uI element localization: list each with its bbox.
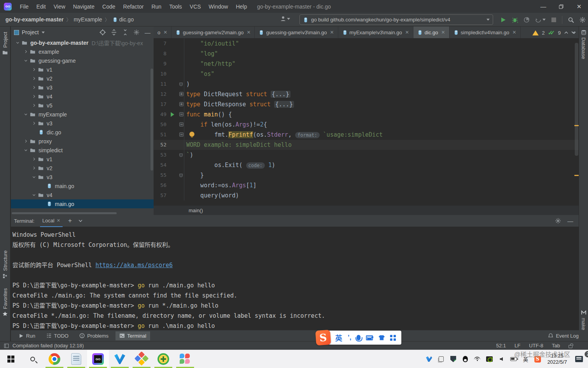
event-log-button[interactable]: Event Log	[548, 330, 579, 341]
run-button[interactable]	[500, 17, 506, 23]
tree-item-v2[interactable]: v2	[11, 74, 154, 83]
tree-item-dic-go[interactable]: dic.go	[11, 128, 154, 137]
terminal-settings-gear-icon[interactable]	[555, 218, 561, 224]
editor-scrollbar[interactable]	[575, 43, 578, 156]
expand-all-icon[interactable]	[111, 29, 117, 35]
chevron-right-icon[interactable]	[31, 94, 37, 99]
tool-window-toggle-icon[interactable]	[4, 343, 9, 349]
taskbar-goland-icon[interactable]: GO	[87, 350, 109, 368]
ime-punctuation-toggle[interactable]: ’,	[348, 334, 351, 342]
tab-close-icon[interactable]: ✕	[405, 30, 409, 35]
terminal-output[interactable]: Windows PowerShell版权所有 (C) Microsoft Cor…	[11, 227, 579, 330]
chevron-right-icon[interactable]	[31, 166, 37, 171]
taskbar-search-icon[interactable]	[22, 350, 44, 368]
tray-defender-icon[interactable]	[450, 356, 457, 363]
tab-close-icon[interactable]: ✕	[163, 30, 167, 35]
fold-marker-icon[interactable]	[179, 153, 183, 157]
database-tool-button[interactable]: Database	[579, 30, 588, 59]
new-terminal-session-icon[interactable]: +	[68, 217, 72, 225]
settings-gear-icon[interactable]	[579, 17, 586, 23]
editor-warning-mark[interactable]	[574, 125, 579, 126]
stop-button[interactable]	[551, 17, 556, 23]
chevron-right-icon[interactable]	[31, 103, 37, 108]
input-method-toolbar[interactable]: S 英 ’,	[316, 331, 401, 345]
chevron-down-icon[interactable]	[23, 58, 29, 63]
tool-window-button-problems[interactable]: Problems	[75, 331, 112, 340]
project-vertical-scrollbar[interactable]	[150, 69, 153, 171]
tree-item-simpledict[interactable]: simpledict	[11, 146, 154, 155]
menu-view[interactable]: View	[50, 2, 69, 11]
keyboard-icon[interactable]	[366, 335, 373, 340]
tree-item-myExample[interactable]: myExample	[11, 110, 154, 119]
tree-item-go-by-example-master[interactable]: go-by-example-masterD:\迅雷下载\go-by-ex	[11, 38, 154, 47]
tree-item-v2[interactable]: v2	[11, 164, 154, 173]
tool-window-button-todo[interactable]: TODO	[42, 331, 72, 340]
taskbar-360-safeguard-icon[interactable]	[152, 350, 174, 368]
fold-marker-icon[interactable]: +	[179, 102, 184, 106]
collapse-all-icon[interactable]	[122, 29, 128, 35]
tray-qq-icon[interactable]	[462, 356, 469, 363]
menu-code[interactable]: Code	[99, 2, 119, 11]
tray-volume-icon[interactable]	[498, 356, 505, 363]
tree-item-example[interactable]: example	[11, 47, 154, 56]
menu-file[interactable]: File	[16, 2, 32, 11]
read-only-lock-icon[interactable]	[569, 345, 572, 348]
terminal-tab-local[interactable]: Local ✕	[40, 215, 63, 227]
code-editor[interactable]: 7 "io/ioutil"8 "log"9 "net/http"10 "os"1…	[154, 39, 579, 206]
menu-navigate[interactable]: Navigate	[70, 2, 98, 11]
hide-terminal-icon[interactable]: —	[567, 218, 573, 224]
chevron-right-icon[interactable]	[31, 121, 37, 126]
terminal-tab-close-icon[interactable]: ✕	[57, 218, 60, 223]
close-button[interactable]: ✕	[570, 0, 588, 13]
tree-item-v4[interactable]: v4	[11, 190, 154, 199]
inspections-widget[interactable]: 2 ✓✓ 9	[532, 29, 576, 36]
chevron-right-icon[interactable]	[31, 67, 37, 72]
editor-tab-dic-go[interactable]: dic.go✕	[413, 26, 450, 38]
tool-window-button-terminal[interactable]: Terminal	[116, 331, 150, 340]
menu-edit[interactable]: Edit	[33, 2, 49, 11]
fold-marker-icon[interactable]: −	[179, 132, 184, 137]
profiler-button[interactable]	[523, 17, 530, 23]
run-line-icon[interactable]	[171, 112, 174, 117]
tab-close-icon[interactable]: ✕	[247, 30, 250, 35]
chevron-down-icon[interactable]	[31, 193, 37, 197]
chevron-right-icon[interactable]	[31, 157, 37, 162]
menu-window[interactable]: Window	[205, 2, 232, 11]
breadcrumb-item[interactable]: myExample	[74, 16, 102, 23]
fold-marker-icon[interactable]	[179, 83, 183, 86]
tree-item-v1[interactable]: v1	[11, 65, 154, 74]
tab-close-icon[interactable]: ✕	[513, 30, 516, 35]
tree-item-guessing-game[interactable]: guessing-game	[11, 56, 154, 65]
search-everywhere-icon[interactable]	[568, 17, 574, 23]
fold-marker-icon[interactable]: +	[179, 92, 184, 96]
tree-item-main-go[interactable]: main.go	[11, 199, 154, 208]
fold-marker-icon[interactable]: −	[179, 122, 184, 127]
tree-item-main-go[interactable]: main.go	[11, 181, 154, 190]
tray-clipboard-icon[interactable]	[438, 356, 444, 363]
editor-tab-myExample-v3-main-go[interactable]: myExample\v3\main.go✕	[338, 26, 413, 38]
next-problem-icon[interactable]	[572, 30, 576, 35]
tool-window-button-run[interactable]: Run	[15, 331, 39, 340]
microphone-icon[interactable]	[357, 335, 360, 340]
tree-item-v3[interactable]: v3	[11, 173, 154, 181]
panel-settings-gear-icon[interactable]	[133, 29, 140, 35]
chevron-down-icon[interactable]	[23, 112, 29, 117]
tree-item-proxy[interactable]: proxy	[11, 137, 154, 146]
tray-thunder-icon[interactable]	[425, 356, 432, 363]
chevron-right-icon[interactable]	[31, 85, 37, 90]
chevron-down-icon[interactable]	[23, 148, 29, 153]
tray-nvidia-icon[interactable]	[486, 356, 493, 363]
tab-close-icon[interactable]: ✕	[441, 30, 445, 35]
status-message[interactable]: Compilation failed (today 12:18)	[12, 343, 84, 349]
run-configuration-select[interactable]: go build github.com/wangkechun/go-by-exa…	[299, 14, 493, 25]
menu-vcs[interactable]: VCS	[186, 2, 205, 11]
editor-breadcrumb[interactable]: main()	[154, 206, 579, 215]
toolbox-grid-icon[interactable]	[390, 335, 396, 341]
fold-marker-icon[interactable]: −	[179, 112, 184, 116]
project-horizontal-scrollbar[interactable]	[12, 212, 117, 214]
locate-file-icon[interactable]	[100, 29, 106, 35]
project-view-select[interactable]: Project	[14, 29, 45, 35]
minimize-button[interactable]: —	[534, 0, 552, 13]
debug-button[interactable]	[512, 17, 518, 23]
tree-item-v1[interactable]: v1	[11, 155, 154, 164]
